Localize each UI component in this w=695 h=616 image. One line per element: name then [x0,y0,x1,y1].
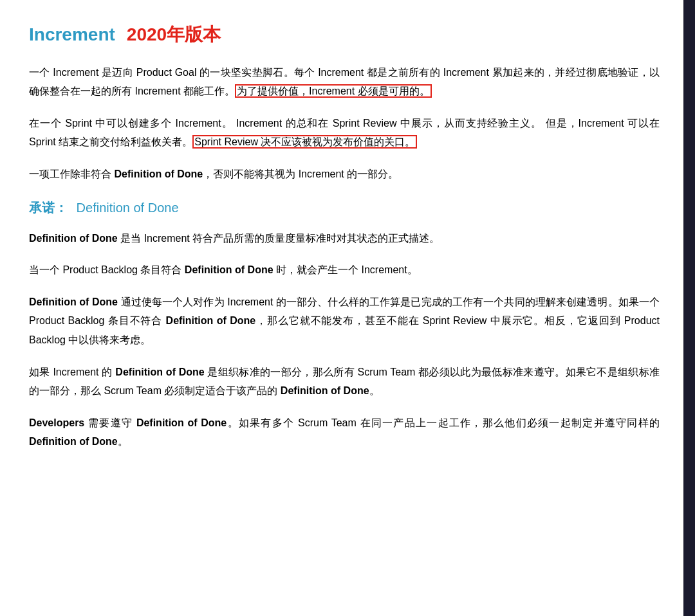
dod-term-p6a: Definition of Done [29,296,118,307]
title-increment: Increment [29,19,115,50]
page-container: Increment 2020年版本 一个 Increment 是迈向 Produ… [0,0,695,484]
dod-term-p3: Definition of Done [114,168,203,179]
p1-highlight-text: 为了提供价值，Increment 必须是可用的。 [237,86,430,96]
dod-term-p7b: Definition of Done [281,385,369,396]
p2-highlight-text: Sprint Review 决不应该被视为发布价值的关口。 [194,136,415,147]
section-heading: 承诺： Definition of Done [29,197,660,219]
section-label: 承诺： [29,201,68,215]
dod-term-p8b: Definition of Done [29,436,118,447]
paragraph-2: 在一个 Sprint 中可以创建多个 Increment。 Increment … [29,114,660,152]
developers-term: Developers [29,417,84,428]
right-sidebar [683,0,695,616]
paragraph-6: Definition of Done 通过使每一个人对作为 Increment … [29,293,660,350]
p3-text: 一项工作除非符合 Definition of Done，否则不能将其视为 Inc… [29,168,398,179]
dod-term-p8a: Definition of Done [136,417,227,428]
p4-text: Definition of Done 是当 Increment 符合产品所需的质… [29,233,440,244]
dod-term-p4: Definition of Done [29,233,118,244]
paragraph-5: 当一个 Product Backlog 条目符合 Definition of D… [29,260,660,280]
p8-text: Developers 需要遵守 Definition of Done。如果有多个… [29,417,660,448]
dod-term-p6b: Definition of Done [166,315,256,326]
p2-highlight-box: Sprint Review 决不应该被视为发布价值的关口。 [192,135,417,149]
dod-term-p7a: Definition of Done [115,367,204,377]
paragraph-4: Definition of Done 是当 Increment 符合产品所需的质… [29,229,660,248]
p7-text: 如果 Increment 的 Definition of Done 是组织标准的… [29,367,660,397]
p5-text: 当一个 Product Backlog 条目符合 Definition of D… [29,264,418,275]
paragraph-1: 一个 Increment 是迈向 Product Goal 的一块坚实垫脚石。每… [29,63,660,101]
paragraph-8: Developers 需要遵守 Definition of Done。如果有多个… [29,413,660,451]
title-year: 2020年版本 [127,19,221,50]
paragraph-7: 如果 Increment 的 Definition of Done 是组织标准的… [29,363,660,401]
dod-term-p5: Definition of Done [185,264,273,275]
main-title: Increment 2020年版本 [29,19,660,50]
p6-text: Definition of Done 通过使每一个人对作为 Increment … [29,296,660,345]
section-heading-text: Definition of Done [77,201,179,215]
p1-highlight-box: 为了提供价值，Increment 必须是可用的。 [235,84,432,98]
paragraph-3: 一项工作除非符合 Definition of Done，否则不能将其视为 Inc… [29,165,660,184]
